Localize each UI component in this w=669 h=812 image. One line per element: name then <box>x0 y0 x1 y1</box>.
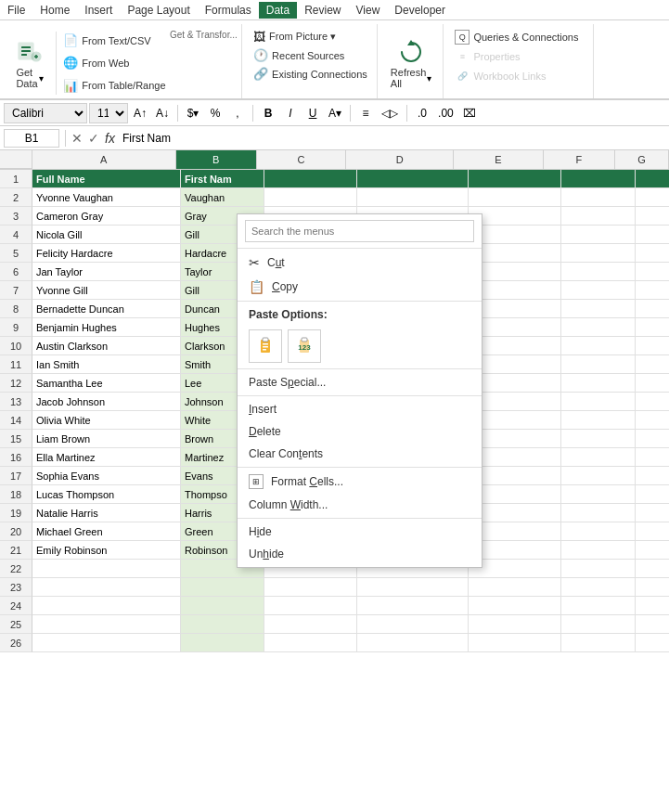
col-header-a[interactable]: A <box>32 150 176 169</box>
cell[interactable] <box>469 263 561 281</box>
menu-data[interactable]: Data <box>259 2 297 19</box>
cell[interactable] <box>181 597 264 615</box>
decimal-increase-button[interactable]: .0 <box>412 103 432 123</box>
comma-button[interactable]: , <box>227 103 248 123</box>
cell[interactable] <box>636 337 669 355</box>
font-selector[interactable]: Calibri <box>4 103 87 123</box>
cell[interactable] <box>636 485 669 504</box>
cancel-icon[interactable]: ✕ <box>71 131 83 146</box>
cell[interactable] <box>357 578 469 597</box>
cell[interactable] <box>561 244 636 263</box>
cell[interactable] <box>469 448 561 467</box>
cell[interactable] <box>469 467 561 485</box>
col-header-d[interactable]: D <box>346 150 454 169</box>
cell[interactable] <box>469 393 561 411</box>
menu-home[interactable]: Home <box>32 2 77 19</box>
cell[interactable] <box>561 263 636 281</box>
cell[interactable] <box>357 615 469 634</box>
menu-formulas[interactable]: Formulas <box>198 2 259 19</box>
cell[interactable] <box>264 634 357 652</box>
hide-menu-item[interactable]: Hide <box>238 521 482 543</box>
cell[interactable] <box>636 411 669 430</box>
cell[interactable]: Austin Clarkson <box>32 337 181 355</box>
cell[interactable] <box>469 541 561 560</box>
recent-sources-button[interactable]: 🕐 Recent Sources <box>250 46 371 64</box>
cell[interactable] <box>636 281 669 300</box>
cell[interactable] <box>636 355 669 374</box>
cell[interactable] <box>636 541 669 560</box>
cell[interactable] <box>561 170 636 188</box>
cell[interactable] <box>561 281 636 300</box>
cell[interactable] <box>469 430 561 448</box>
cell[interactable] <box>636 522 669 541</box>
font-size-selector[interactable]: 11 <box>89 103 128 123</box>
cell[interactable]: Liam Brown <box>32 430 181 448</box>
copy-menu-item[interactable]: 📋 Copy <box>238 275 482 299</box>
confirm-icon[interactable]: ✓ <box>88 131 99 146</box>
font-color-button[interactable]: A▾ <box>325 103 345 123</box>
cell[interactable] <box>469 560 561 578</box>
row-header[interactable]: 10 <box>0 337 32 355</box>
cell[interactable] <box>636 430 669 448</box>
col-header-c[interactable]: C <box>257 150 347 169</box>
cell[interactable] <box>636 188 669 207</box>
menu-review[interactable]: Review <box>297 2 348 19</box>
cell[interactable] <box>469 170 561 188</box>
existing-connections-button[interactable]: 🔗 Existing Connections <box>250 65 371 83</box>
indent-button[interactable]: ◁▷ <box>378 103 402 123</box>
decrease-font-button[interactable]: A↓ <box>152 103 173 123</box>
row-header[interactable]: 9 <box>0 318 32 337</box>
cell[interactable] <box>561 634 636 652</box>
cell[interactable] <box>636 467 669 485</box>
cell[interactable] <box>469 337 561 355</box>
context-search-input[interactable] <box>245 220 474 242</box>
cell[interactable] <box>469 244 561 263</box>
cell[interactable] <box>636 560 669 578</box>
cell[interactable] <box>357 188 469 207</box>
cell[interactable]: Felicity Hardacre <box>32 244 181 263</box>
cell[interactable]: Olivia White <box>32 411 181 430</box>
decimal-decrease-button[interactable]: .00 <box>434 103 457 123</box>
cell[interactable] <box>636 374 669 393</box>
cell[interactable] <box>357 634 469 652</box>
row-header[interactable]: 5 <box>0 244 32 263</box>
cell[interactable] <box>32 597 181 615</box>
cell[interactable] <box>636 207 669 226</box>
cell[interactable] <box>561 411 636 430</box>
row-header[interactable]: 19 <box>0 504 32 522</box>
cell[interactable] <box>636 504 669 522</box>
cell[interactable] <box>636 300 669 318</box>
cell[interactable]: Jan Taylor <box>32 263 181 281</box>
cell[interactable] <box>469 504 561 522</box>
row-header[interactable]: 24 <box>0 597 32 615</box>
cell[interactable] <box>636 318 669 337</box>
cell[interactable] <box>469 522 561 541</box>
increase-font-button[interactable]: A↑ <box>130 103 150 123</box>
refresh-all-button[interactable]: RefreshAll ▾ <box>383 28 440 98</box>
cell[interactable] <box>561 560 636 578</box>
cell[interactable] <box>561 448 636 467</box>
cut-menu-item[interactable]: ✂ Cut <box>238 251 482 275</box>
row-header[interactable]: 12 <box>0 374 32 393</box>
bold-button[interactable]: B <box>258 103 278 123</box>
cell[interactable] <box>469 597 561 615</box>
row-header[interactable]: 6 <box>0 263 32 281</box>
paste-button[interactable] <box>249 329 282 363</box>
cell[interactable] <box>561 522 636 541</box>
cell[interactable] <box>469 485 561 504</box>
from-web-button[interactable]: 🌐 From Web <box>59 54 169 71</box>
cell[interactable] <box>264 597 357 615</box>
row-header[interactable]: 7 <box>0 281 32 300</box>
cell[interactable] <box>561 578 636 597</box>
row-header[interactable]: 14 <box>0 411 32 430</box>
queries-connections-button[interactable]: Q Queries & Connections <box>451 28 582 46</box>
cell[interactable] <box>561 188 636 207</box>
cell[interactable] <box>636 448 669 467</box>
menu-view[interactable]: View <box>349 2 388 19</box>
paste-special-menu-item[interactable]: Paste Special... <box>238 371 482 393</box>
cell[interactable] <box>636 226 669 244</box>
row-header[interactable]: 26 <box>0 634 32 652</box>
italic-button[interactable]: I <box>280 103 301 123</box>
menu-developer[interactable]: Developer <box>387 2 453 19</box>
cell[interactable] <box>636 597 669 615</box>
